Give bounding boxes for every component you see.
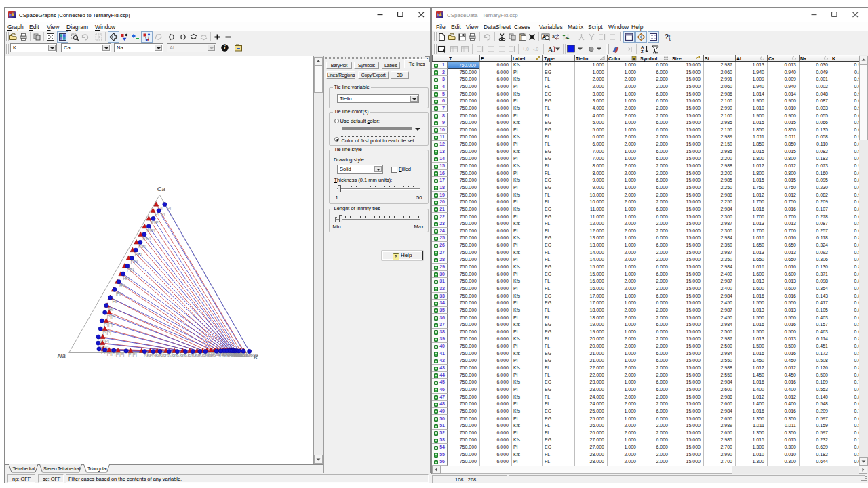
svg-text:Pl: Pl	[161, 212, 165, 217]
svg-text:-.0: -.0	[533, 47, 538, 52]
svg-text:K: K	[254, 353, 259, 361]
svg-text:Pl: Pl	[128, 352, 133, 357]
svg-text:+.0: +.0	[522, 47, 529, 52]
svg-text:Pl: Pl	[113, 299, 117, 304]
svg-text:Pl: Pl	[151, 220, 155, 225]
svg-text:Pl: Pl	[107, 352, 112, 357]
svg-text:Pl: Pl	[120, 352, 125, 357]
svg-text:Kfs: Kfs	[202, 353, 210, 358]
svg-text:Pl: Pl	[167, 206, 172, 211]
svg-text:Pl: Pl	[108, 323, 113, 327]
svg-text:Stereo Tetrahedral: Stereo Tetrahedral	[43, 466, 81, 471]
svg-text:Pl: Pl	[107, 331, 112, 336]
svg-text:Kfs: Kfs	[146, 353, 154, 358]
svg-text:Kfs: Kfs	[162, 353, 170, 358]
svg-text:Ca: Ca	[157, 185, 165, 192]
svg-text:Kfs: Kfs	[155, 353, 163, 358]
svg-text:Pl: Pl	[130, 268, 134, 272]
svg-text:Pl: Pl	[155, 212, 160, 217]
svg-text:Pl: Pl	[125, 276, 130, 281]
svg-text:Pl: Pl	[146, 236, 151, 241]
svg-text:Z: Z	[641, 49, 644, 54]
svg-text:Pl: Pl	[107, 314, 112, 319]
svg-text:Kfs: Kfs	[179, 353, 186, 358]
svg-text:Pl: Pl	[155, 220, 160, 225]
svg-text:Pl: Pl	[138, 252, 142, 257]
svg-text:Na: Na	[58, 352, 66, 359]
svg-text:Pl: Pl	[105, 339, 110, 344]
svg-text:Pl: Pl	[102, 331, 107, 336]
svg-text:Kfs: Kfs	[195, 353, 202, 358]
svg-text:Pl: Pl	[117, 291, 121, 296]
svg-text:Pl: Pl	[116, 352, 121, 357]
svg-text:Triangular: Triangular	[87, 466, 108, 472]
svg-text:Tetrahedral: Tetrahedral	[13, 466, 35, 471]
svg-text:Pl: Pl	[134, 260, 138, 264]
svg-text:Kfs: Kfs	[187, 353, 195, 358]
svg-text:Pl: Pl	[111, 314, 116, 319]
svg-text:{: {	[669, 34, 671, 41]
svg-text:a: a	[552, 34, 555, 39]
svg-text:Pl: Pl	[151, 228, 155, 233]
svg-text:Pl: Pl	[133, 352, 138, 357]
svg-text:Kfs: Kfs	[218, 353, 226, 358]
svg-text:Pl: Pl	[142, 244, 147, 249]
svg-text:Kfs: Kfs	[171, 353, 178, 358]
svg-text:A: A	[548, 45, 553, 54]
svg-text:Pl: Pl	[121, 283, 125, 288]
